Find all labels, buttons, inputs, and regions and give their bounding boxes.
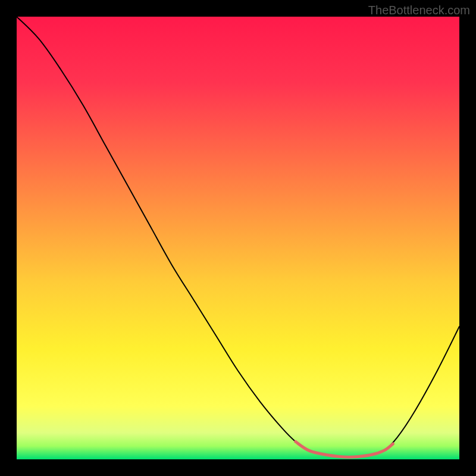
watermark-text: TheBottleneck.com (368, 4, 470, 17)
curve-main-curve (17, 17, 459, 457)
chart-container (17, 17, 459, 459)
curve-highlight-segment (296, 441, 393, 457)
chart-curves (17, 17, 459, 459)
